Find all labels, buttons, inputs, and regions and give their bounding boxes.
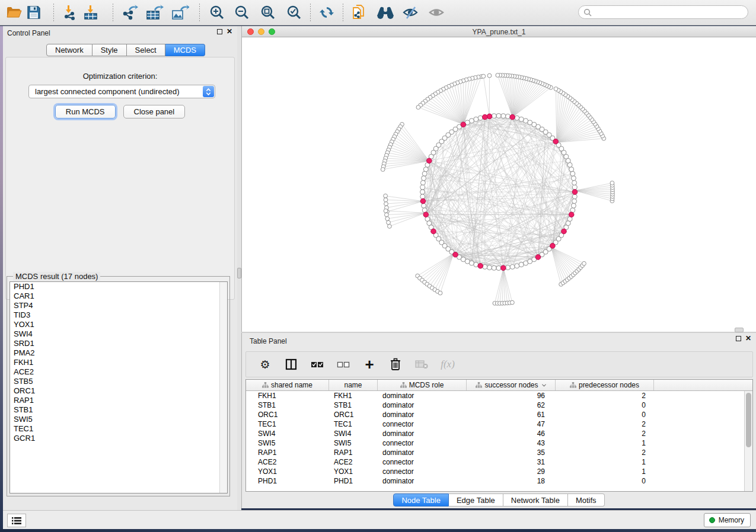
export-network-icon[interactable]: [120, 4, 138, 21]
table-cell: ACE2: [246, 458, 329, 466]
column-header-MCDS-role[interactable]: MCDS role: [378, 380, 467, 390]
select-all-icon[interactable]: [310, 357, 324, 372]
mcds-result-scrollbar[interactable]: [219, 282, 227, 493]
scrollbar-thumb[interactable]: [746, 393, 751, 447]
list-item[interactable]: FKH1: [10, 358, 227, 367]
node-table-scrollbar[interactable]: [744, 391, 752, 491]
search-input[interactable]: [592, 8, 734, 17]
zoom-fit-icon[interactable]: [260, 4, 276, 21]
list-item[interactable]: PHD1: [10, 282, 227, 291]
hide-selected-icon[interactable]: [402, 4, 419, 21]
list-item[interactable]: STB1: [10, 405, 227, 415]
deselect-all-icon[interactable]: [336, 357, 350, 372]
export-table-icon[interactable]: [145, 4, 164, 21]
save-session-icon[interactable]: [26, 4, 42, 21]
tab-mcds[interactable]: MCDS: [165, 44, 205, 56]
zoom-out-icon[interactable]: [234, 4, 250, 21]
table-row[interactable]: STB1STB1dominator620: [246, 400, 745, 410]
table-row[interactable]: ORC1ORC1dominator610: [246, 410, 745, 419]
list-item[interactable]: RAP1: [10, 396, 227, 405]
float-table-panel-icon[interactable]: [736, 336, 741, 341]
column-header-shared-name[interactable]: shared name: [246, 380, 329, 390]
zoom-in-icon[interactable]: [209, 4, 225, 21]
table-row[interactable]: TEC1TEC1connector472: [246, 419, 745, 429]
import-network-icon[interactable]: [62, 4, 78, 21]
list-item[interactable]: SRD1: [10, 339, 227, 348]
list-item[interactable]: SWI4: [10, 329, 227, 339]
zoom-selected-icon[interactable]: [286, 4, 302, 21]
refresh-layout-icon[interactable]: [319, 4, 334, 21]
list-item[interactable]: ORC1: [10, 386, 227, 396]
list-item[interactable]: YOX1: [10, 320, 227, 329]
tab-style[interactable]: Style: [92, 44, 127, 56]
column-header-name[interactable]: name: [329, 380, 378, 390]
list-item[interactable]: STB5: [10, 377, 227, 386]
table-cell: 29: [467, 467, 556, 476]
table-row[interactable]: SWI4SWI4dominator462: [246, 429, 745, 438]
memory-button[interactable]: Memory: [704, 513, 751, 527]
table-cell: dominator: [378, 401, 467, 409]
show-panels-list-icon[interactable]: [7, 514, 26, 527]
table-cell: 2: [556, 392, 654, 400]
table-cell: SWI4: [246, 430, 329, 438]
tab-network-table[interactable]: Network Table: [503, 493, 568, 507]
function-builder-icon: f(x): [441, 357, 455, 372]
list-item[interactable]: CAR1: [10, 291, 227, 301]
table-tabs: Node TableEdge TableNetwork TableMotifs: [242, 493, 756, 507]
table-cell: dominator: [378, 477, 467, 485]
table-toolbar: ⚙ + f(x): [245, 351, 753, 377]
mcds-panel: Optimization criterion: largest connecte…: [5, 57, 235, 300]
list-item[interactable]: PMA2: [10, 348, 227, 358]
tab-motifs[interactable]: Motifs: [568, 493, 605, 507]
close-panel-icon[interactable]: ✕: [227, 29, 232, 34]
table-cell: ORC1: [329, 411, 378, 419]
table-cell: 2: [556, 430, 654, 438]
table-cell: 1: [556, 439, 654, 447]
optimization-criterion-dropdown[interactable]: largest connected component (undirected): [28, 85, 215, 98]
list-item[interactable]: TID3: [10, 310, 227, 320]
table-row[interactable]: ACE2ACE2connector311: [246, 457, 745, 467]
list-item[interactable]: STP4: [10, 301, 227, 310]
column-header-predecessor-nodes[interactable]: predecessor nodes: [556, 380, 654, 390]
network-canvas[interactable]: [242, 37, 756, 332]
toolbar-separator: [343, 4, 343, 21]
search-field[interactable]: [578, 5, 748, 19]
table-row[interactable]: RAP1RAP1dominator352: [246, 448, 745, 457]
export-image-icon[interactable]: [170, 4, 189, 21]
import-table-icon[interactable]: [82, 4, 100, 21]
tab-select[interactable]: Select: [127, 44, 165, 56]
table-row[interactable]: FKH1FKH1dominator962: [246, 391, 745, 400]
close-panel-button[interactable]: Close panel: [123, 105, 186, 118]
show-all-icon[interactable]: [428, 4, 445, 21]
run-mcds-button[interactable]: Run MCDS: [55, 105, 116, 118]
horizontal-splitter[interactable]: [241, 332, 756, 333]
status-bar: Memory: [3, 510, 756, 529]
tab-node-table[interactable]: Node Table: [393, 493, 449, 507]
binoculars-search-icon[interactable]: [376, 4, 395, 21]
delete-column-icon[interactable]: [388, 357, 403, 372]
list-item[interactable]: TEC1: [10, 424, 227, 434]
table-row[interactable]: SWI5SWI5connector431: [246, 438, 745, 448]
close-table-panel-icon[interactable]: ✕: [745, 336, 751, 341]
table-row[interactable]: YOX1YOX1connector291: [246, 467, 745, 476]
horizontal-splitter-grabber[interactable]: [735, 328, 744, 332]
vertical-splitter[interactable]: [237, 26, 241, 510]
column-header-successor-nodes[interactable]: successor nodes: [467, 380, 556, 390]
list-item[interactable]: SWI5: [10, 415, 227, 424]
control-panel-header: Control Panel ✕: [3, 26, 237, 40]
show-columns-icon[interactable]: [284, 357, 298, 372]
table-cell: connector: [378, 439, 467, 447]
tab-network[interactable]: Network: [46, 44, 92, 56]
tab-edge-table[interactable]: Edge Table: [449, 493, 503, 507]
float-panel-icon[interactable]: [217, 29, 222, 34]
table-cell: 47: [467, 420, 556, 428]
splitter-grabber[interactable]: [237, 268, 241, 278]
open-session-icon[interactable]: [6, 4, 23, 21]
list-item[interactable]: ACE2: [10, 367, 227, 377]
table-row[interactable]: PHD1PHD1dominator180: [246, 476, 745, 486]
network-titlebar[interactable]: YPA_prune.txt_1: [242, 26, 756, 37]
table-settings-gear-icon[interactable]: ⚙: [258, 357, 272, 372]
share-document-icon[interactable]: [351, 4, 366, 21]
add-column-icon[interactable]: +: [362, 357, 377, 372]
list-item[interactable]: GCR1: [10, 434, 227, 443]
